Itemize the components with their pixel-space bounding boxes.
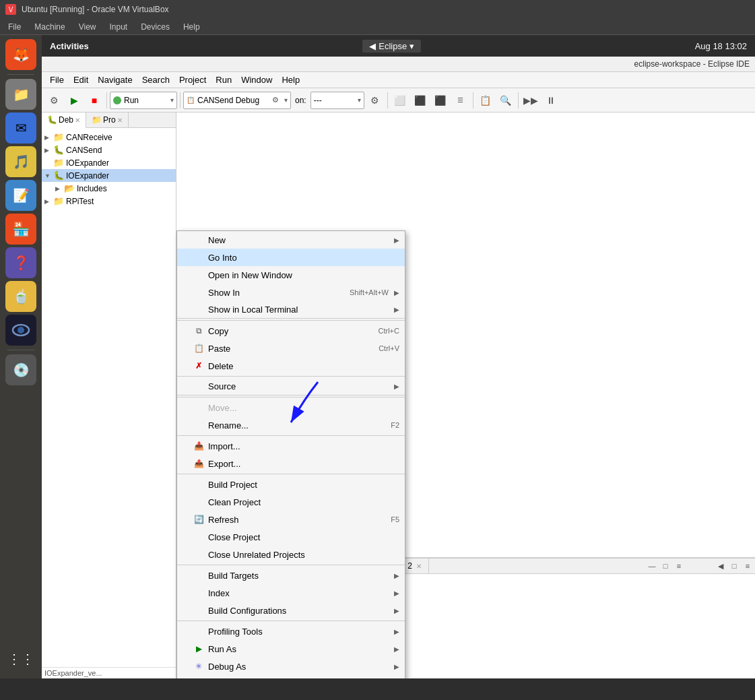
menu-item-index[interactable]: Index ▶: [177, 584, 405, 602]
menu-label-closeunrelated: Close Unrelated Projects: [208, 550, 305, 560]
vbox-menu-view[interactable]: View: [73, 21, 102, 33]
project-tree[interactable]: ▶ 📁 CANReceive ▶ 🐛 CANSend 📁 IOExpander: [42, 128, 176, 667]
project-tab-close[interactable]: ✕: [117, 117, 123, 124]
toolbar-settings-btn[interactable]: ⚙: [44, 91, 63, 110]
sidebar-icon-thunderbird[interactable]: ✉: [5, 113, 36, 144]
sidebar-icon-eclipse[interactable]: [5, 315, 36, 346]
menu-item-refresh[interactable]: 🔄 Refresh F5: [177, 511, 405, 528]
toolbar-btn-7[interactable]: ▶▶: [521, 91, 540, 110]
tree-item-cansend[interactable]: ▶ 🐛 CANSend: [42, 144, 176, 156]
vbox-menu-machine[interactable]: Machine: [29, 21, 70, 33]
menu-item-buildtargets[interactable]: Build Targets ▶: [177, 567, 405, 584]
toolbar-target-settings[interactable]: ⚙: [366, 91, 385, 110]
toolbar-btn-2[interactable]: ⬛: [411, 91, 430, 110]
vbox-menu-devices[interactable]: Devices: [135, 21, 175, 33]
toolbar-new-window[interactable]: ⬜: [391, 91, 409, 110]
terminal2-nav-back[interactable]: ◀: [715, 560, 727, 572]
vbox-menu-help[interactable]: Help: [178, 21, 205, 33]
vbox-menu-file[interactable]: File: [3, 21, 26, 33]
menu-item-buildconfigs[interactable]: Build Configurations ▶: [177, 602, 405, 619]
sidebar-icon-teapot[interactable]: 🍵: [5, 281, 36, 312]
menu-item-source1[interactable]: Source ▶: [177, 378, 405, 395]
eclipse-menu-help[interactable]: Help: [277, 73, 304, 86]
sidebar-icon-help[interactable]: ❓: [5, 247, 36, 278]
toolbar-btn-3[interactable]: ⬛: [431, 91, 450, 110]
eclipse-menu-edit[interactable]: Edit: [69, 73, 92, 86]
tab-minimize-btn[interactable]: —: [646, 560, 658, 572]
debug-config-label: CANSend Debug: [197, 96, 259, 105]
move-icon: [193, 402, 204, 413]
eclipse-taskbar-btn[interactable]: ◀ Eclipse ▾: [362, 40, 421, 53]
sidebar-icon-files[interactable]: 📁: [5, 79, 36, 110]
toolbar-btn-8[interactable]: ⏸: [541, 91, 560, 110]
eclipse-btn-arrow: ▾: [409, 41, 414, 51]
menu-item-buildproject[interactable]: Build Project: [177, 476, 405, 493]
localterm-icon: [193, 305, 204, 315]
eclipse-menu-navigate[interactable]: Navigate: [94, 73, 136, 86]
menu-item-showin[interactable]: Show In Shift+Alt+W ▶: [177, 284, 405, 301]
tree-item-canreceive[interactable]: ▶ 📁 CANReceive: [42, 131, 176, 144]
panel-tab-debug[interactable]: 🐛 Deb ✕: [42, 113, 86, 128]
menu-item-new[interactable]: New ▶: [177, 231, 405, 249]
menu-item-runas[interactable]: ▶ Run As ▶: [177, 640, 405, 658]
source1-icon: [193, 381, 204, 392]
target-dropdown[interactable]: --- ▾: [310, 92, 364, 109]
run-mode-dropdown[interactable]: Run ▾: [110, 92, 177, 109]
terminal2-close[interactable]: ✕: [416, 563, 422, 570]
eclipse-menu-window[interactable]: Window: [237, 73, 276, 86]
eclipse-menu-run[interactable]: Run: [211, 73, 236, 86]
menu-item-closeunrelated[interactable]: Close Unrelated Projects: [177, 546, 405, 563]
sidebar-icon-appstore[interactable]: 🏪: [5, 214, 36, 245]
eclipse-menubar[interactable]: File Edit Navigate Search Project Run Wi…: [42, 72, 755, 88]
tree-item-includes[interactable]: ▶ 📂 Includes: [42, 182, 176, 195]
menu-item-profileas[interactable]: Profile As ▶: [177, 675, 405, 678]
debug-tab-close[interactable]: ✕: [75, 117, 80, 124]
vbox-menu-input[interactable]: Input: [104, 21, 133, 33]
menu-item-localterm[interactable]: Show in Local Terminal ▶: [177, 301, 405, 319]
menu-item-gointo[interactable]: Go Into: [177, 249, 405, 266]
sidebar-icon-rhythmbox[interactable]: 🎵: [5, 146, 36, 177]
tab-menu-btn[interactable]: ≡: [673, 560, 685, 572]
menu-item-import[interactable]: 📥 Import...: [177, 437, 405, 455]
menu-item-copy[interactable]: ⧉ Copy Ctrl+C: [177, 322, 405, 340]
menu-item-delete[interactable]: ✗ Delete: [177, 357, 405, 375]
sidebar-icon-apps[interactable]: ⋮⋮: [5, 643, 36, 674]
localterm-submenu-arrow: ▶: [394, 306, 399, 313]
tree-item-ioexpander1[interactable]: 📁 IOExpander: [42, 156, 176, 169]
sidebar-icon-dvd[interactable]: 💿: [5, 354, 36, 385]
debug-config-icon: 📋: [187, 96, 195, 104]
debug-config-settings[interactable]: ⚙: [269, 94, 282, 106]
menu-item-profilingtools[interactable]: Profiling Tools ▶: [177, 623, 405, 640]
context-menu[interactable]: New ▶ Go Into Open in New Window Show In…: [176, 230, 405, 678]
toolbar-btn-4[interactable]: ☰: [451, 91, 470, 110]
toolbar-run-btn[interactable]: ▶: [65, 91, 84, 110]
terminal2-nav-more[interactable]: ≡: [742, 560, 754, 572]
eclipse-menu-file[interactable]: File: [46, 73, 68, 86]
toolbar-btn-5[interactable]: 📋: [476, 91, 495, 110]
showin-submenu-arrow: ▶: [394, 289, 399, 296]
eclipse-menu-project[interactable]: Project: [175, 73, 210, 86]
menu-item-export[interactable]: 📤 Export...: [177, 455, 405, 472]
toolbar-stop-btn[interactable]: ■: [85, 91, 104, 110]
menu-item-rename[interactable]: Rename... F2: [177, 416, 405, 434]
panel-tab-project[interactable]: 📁 Pro ✕: [86, 113, 129, 127]
activities-button[interactable]: Activities: [50, 41, 89, 51]
tree-item-rpitest[interactable]: ▶ 📁 RPiTest: [42, 195, 176, 208]
sidebar-icon-firefox[interactable]: 🦊: [5, 39, 36, 70]
tab-maximize-btn[interactable]: □: [659, 560, 671, 572]
terminal2-nav-new[interactable]: □: [728, 560, 740, 572]
menu-label-export: Export...: [208, 459, 240, 469]
buildconfigs-submenu-arrow: ▶: [394, 607, 399, 614]
menu-item-openwindow[interactable]: Open in New Window: [177, 266, 405, 284]
debug-config-dropdown[interactable]: 📋 CANSend Debug ⚙ ▾: [183, 92, 291, 109]
eclipse-menu-search[interactable]: Search: [138, 73, 174, 86]
menu-item-closeproject[interactable]: Close Project: [177, 528, 405, 546]
menu-item-debugas[interactable]: ✳ Debug As ▶: [177, 658, 405, 675]
ubuntu-sidebar: 🦊 📁 ✉ 🎵 📝 🏪 ❓ 🍵 💿 ⋮⋮: [0, 35, 42, 678]
menu-item-cleanproject[interactable]: Clean Project: [177, 493, 405, 511]
tree-item-ioexpander2[interactable]: ▼ 🐛 IOExpander: [42, 169, 176, 182]
menu-label-cleanproject: Clean Project: [208, 497, 261, 507]
menu-item-paste[interactable]: 📋 Paste Ctrl+V: [177, 340, 405, 357]
sidebar-icon-writer[interactable]: 📝: [5, 180, 36, 211]
toolbar-btn-6[interactable]: 🔍: [496, 91, 515, 110]
